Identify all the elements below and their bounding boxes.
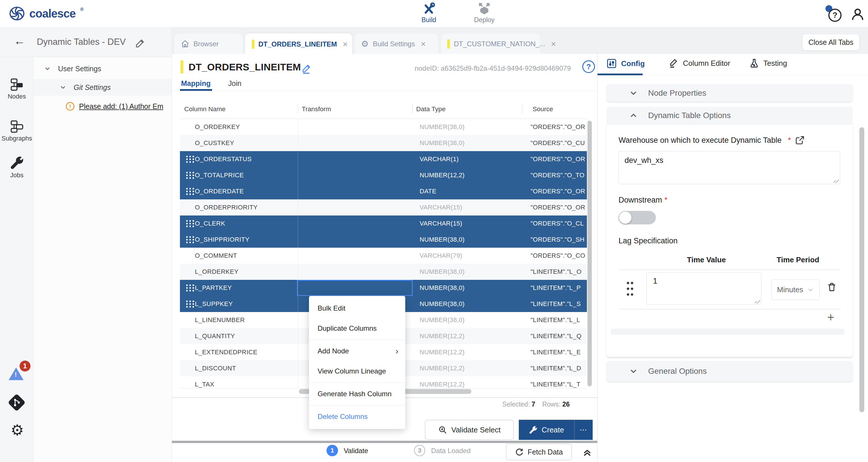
sidebar-item-nodes[interactable]: Nodes [0, 78, 34, 100]
tab-config[interactable]: Config [606, 58, 645, 69]
close-icon[interactable]: × [551, 39, 556, 49]
collapse-panel-icon[interactable] [581, 446, 593, 458]
cell-column-name[interactable]: L_TAX [180, 381, 298, 388]
drag-handle-icon[interactable] [185, 155, 195, 163]
tab-browser[interactable]: Browser [174, 33, 243, 54]
cell-data-type[interactable]: NUMBER(38,0) [412, 300, 522, 308]
problems-indicator[interactable]: ! 1 [9, 362, 32, 382]
back-button[interactable]: ← [14, 34, 25, 47]
table-row[interactable]: O_ORDERKEYNUMBER(38,0)"ORDERS"."O_OR [180, 119, 587, 135]
panel-scrollbar[interactable] [859, 127, 864, 412]
vertical-scrollbar[interactable] [587, 121, 592, 387]
cell-column-name[interactable]: O_ORDERPRIORITY [180, 204, 298, 211]
cell-data-type[interactable]: NUMBER(38,0) [412, 316, 522, 324]
cell-source[interactable]: "ORDERS"."O_CL [522, 220, 587, 227]
context-menu-item-generate-hash-column[interactable]: Generate Hash Column [309, 384, 405, 404]
context-menu-item-add-node[interactable]: Add Node› [309, 341, 405, 361]
resize-handle[interactable] [833, 177, 839, 183]
cell-column-name[interactable]: L_ORDERKEY [180, 268, 298, 275]
cell-transform[interactable] [298, 151, 412, 167]
cell-source[interactable]: "ORDERS"."O_CU [522, 139, 587, 147]
focused-transform-cell[interactable] [297, 280, 413, 296]
settings-gear-icon[interactable]: ⚙ [9, 422, 26, 439]
cell-column-name[interactable]: L_QUANTITY [180, 332, 298, 340]
close-icon[interactable]: × [421, 39, 426, 49]
cell-source[interactable]: "LINEITEM"."L_D [522, 365, 587, 372]
cell-data-type[interactable]: NUMBER(12,2) [412, 381, 522, 388]
table-row[interactable]: L_PARTKEYNUMBER(38,0)"LINEITEM"."L_P [180, 280, 587, 296]
cell-data-type[interactable]: NUMBER(12,2) [412, 365, 522, 372]
cell-source[interactable]: "ORDERS"."O_CO [522, 252, 587, 259]
cell-data-type[interactable]: NUMBER(38,0) [412, 139, 522, 147]
cell-transform[interactable] [298, 135, 412, 151]
coalesce-logo[interactable]: coalesce® [9, 5, 83, 22]
cell-data-type[interactable]: DATE [412, 188, 522, 195]
table-row[interactable]: O_CLERKVARCHAR(15)"ORDERS"."O_CL [180, 216, 587, 232]
cell-column-name[interactable]: L_DISCOUNT [180, 365, 298, 372]
tab-build-settings[interactable]: ⚙ Build Settings × [354, 33, 438, 54]
table-row[interactable]: O_ORDERDATEDATE"ORDERS"."O_OR [180, 183, 587, 199]
cell-transform[interactable] [298, 216, 412, 232]
cell-source[interactable]: "ORDERS"."O_OR [522, 156, 587, 163]
cell-transform[interactable] [298, 167, 412, 183]
close-icon[interactable]: × [343, 39, 348, 49]
drag-handle-icon[interactable] [185, 235, 195, 244]
close-all-tabs-button[interactable]: Close All Tabs [802, 34, 860, 51]
cell-data-type[interactable]: VARCHAR(79) [412, 252, 522, 259]
add-lag-row-button[interactable]: + [827, 310, 834, 324]
cell-source[interactable]: "ORDERS"."O_SH [522, 236, 587, 243]
cell-data-type[interactable]: VARCHAR(1) [412, 156, 522, 163]
cell-source[interactable]: "ORDERS"."O_OR [522, 123, 587, 131]
subtab-mapping[interactable]: Mapping [181, 79, 211, 88]
tab-column-editor[interactable]: Column Editor [669, 58, 730, 68]
cell-source[interactable]: "LINEITEM"."L_L [522, 316, 587, 324]
table-row[interactable]: L_ORDERKEYNUMBER(38,0)"LINEITEM"."L_O [180, 264, 587, 280]
cell-transform[interactable] [298, 183, 412, 199]
cell-source[interactable]: "LINEITEM"."L_S [522, 300, 587, 308]
fetch-data-button[interactable]: Fetch Data [506, 443, 572, 460]
tab-dt-orders-lineitem[interactable]: DT_ORDERS_LINEITEM × [245, 33, 352, 55]
cell-column-name[interactable]: O_CLERK [180, 220, 298, 227]
context-menu-item-bulk-edit[interactable]: Bulk Edit [309, 298, 405, 318]
cell-source[interactable]: "LINEITEM"."L_P [522, 284, 587, 292]
drag-handle-icon[interactable] [185, 187, 195, 196]
validate-select-button[interactable]: Validate Select [425, 420, 514, 440]
time-value-input[interactable]: 1 [646, 272, 762, 305]
cell-source[interactable]: "ORDERS"."O_OR [522, 204, 587, 211]
cell-transform[interactable] [298, 119, 412, 135]
edit-node-name-icon[interactable] [301, 63, 312, 74]
cell-column-name[interactable]: L_LINENUMBER [180, 316, 298, 324]
context-menu-item-duplicate-columns[interactable]: Duplicate Columns [309, 318, 405, 338]
edit-workspace-icon[interactable] [134, 37, 146, 49]
table-row[interactable]: O_ORDERSTATUSVARCHAR(1)"ORDERS"."O_OR [180, 151, 587, 167]
create-button[interactable]: Create ⋯ [519, 420, 593, 440]
table-row[interactable]: O_TOTALPRICENUMBER(12,2)"ORDERS"."O_TO [180, 167, 587, 183]
column-header-name[interactable]: Column Name [184, 105, 226, 113]
drag-handle-icon[interactable] [185, 300, 195, 308]
cell-data-type[interactable]: NUMBER(38,0) [412, 123, 522, 131]
resize-handle[interactable] [754, 297, 761, 304]
cell-data-type[interactable]: NUMBER(38,0) [412, 284, 522, 292]
cell-data-type[interactable]: NUMBER(38,0) [412, 236, 522, 243]
cell-column-name[interactable]: O_COMMENT [180, 252, 298, 259]
section-node-properties[interactable]: Node Properties [607, 84, 853, 102]
cell-source[interactable]: "LINEITEM"."L_E [522, 349, 587, 356]
external-link-icon[interactable] [795, 135, 805, 145]
time-period-select[interactable]: Minutes [771, 279, 820, 300]
nav-deploy[interactable]: Deploy [467, 2, 501, 24]
cell-transform[interactable] [298, 248, 412, 264]
column-header-source[interactable]: Source [533, 105, 553, 113]
cell-source[interactable]: "ORDERS"."O_TO [522, 171, 587, 179]
sidebar-item-subgraphs[interactable]: Subgraphs [0, 120, 34, 142]
cell-column-name[interactable]: L_EXTENDEDPRICE [180, 349, 298, 356]
table-row[interactable]: O_COMMENTVARCHAR(79)"ORDERS"."O_CO [180, 248, 587, 264]
cell-transform[interactable] [298, 264, 412, 280]
section-general-options[interactable]: General Options [607, 361, 853, 382]
table-row[interactable]: O_CUSTKEYNUMBER(38,0)"ORDERS"."O_CU [180, 135, 587, 151]
git-button[interactable] [8, 394, 26, 411]
delete-lag-row-icon[interactable] [827, 282, 837, 292]
cell-source[interactable]: "LINEITEM"."L_O [522, 268, 587, 275]
cell-data-type[interactable]: VARCHAR(15) [412, 204, 522, 211]
user-account-button[interactable] [850, 7, 865, 22]
cell-data-type[interactable]: NUMBER(12,2) [412, 349, 522, 356]
